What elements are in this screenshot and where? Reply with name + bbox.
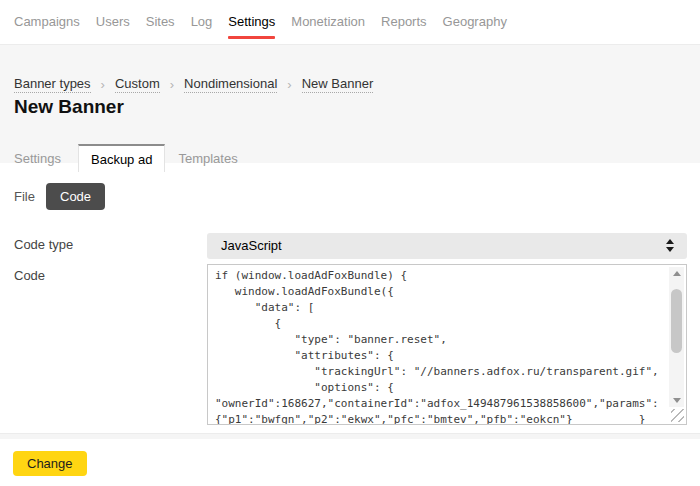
page-header: Banner types › Custom › Nondimensional ›… xyxy=(0,44,700,163)
tab-bar: Settings Backup ad Templates xyxy=(14,144,251,172)
code-type-label: Code type xyxy=(14,237,73,252)
code-label: Code xyxy=(14,268,45,283)
scroll-up-button[interactable] xyxy=(669,267,684,281)
triangle-down-icon xyxy=(673,398,681,403)
chevron-right-icon: › xyxy=(101,77,105,92)
nav-item-campaigns[interactable]: Campaigns xyxy=(14,14,80,29)
adfox-app: Campaigns Users Sites Log Settings Monet… xyxy=(0,0,700,486)
nav-item-reports[interactable]: Reports xyxy=(381,14,427,29)
tab-backup-ad[interactable]: Backup ad xyxy=(78,144,165,172)
code-toggle[interactable]: Code xyxy=(46,183,105,210)
nav-item-geography[interactable]: Geography xyxy=(443,14,507,29)
chevron-right-icon: › xyxy=(287,77,291,92)
nav-item-sites[interactable]: Sites xyxy=(146,14,175,29)
code-editor[interactable]: if (window.loadAdFoxBundle) { window.loa… xyxy=(207,264,687,425)
triangle-up-icon xyxy=(673,271,681,276)
scrollbar-thumb[interactable] xyxy=(671,289,682,353)
nav-item-settings-label: Settings xyxy=(228,14,275,29)
code-editor-content[interactable]: if (window.loadAdFoxBundle) { window.loa… xyxy=(215,268,664,424)
vertical-scrollbar[interactable] xyxy=(669,267,684,407)
active-nav-underline xyxy=(228,36,275,39)
breadcrumb-custom[interactable]: Custom xyxy=(115,76,160,93)
triangle-up-icon xyxy=(666,239,674,244)
tab-settings[interactable]: Settings xyxy=(14,144,74,172)
breadcrumb-new-banner[interactable]: New Banner xyxy=(302,76,374,93)
change-button[interactable]: Change xyxy=(13,451,87,476)
code-type-select[interactable]: JavaScript xyxy=(207,233,687,259)
scroll-down-button[interactable] xyxy=(669,393,684,407)
breadcrumb: Banner types › Custom › Nondimensional ›… xyxy=(14,76,373,93)
nav-item-settings[interactable]: Settings xyxy=(228,14,275,29)
breadcrumb-nondimensional[interactable]: Nondimensional xyxy=(184,76,277,93)
section-divider xyxy=(0,433,700,439)
tab-templates[interactable]: Templates xyxy=(165,144,250,172)
nav-item-users[interactable]: Users xyxy=(96,14,130,29)
nav-item-monetization[interactable]: Monetization xyxy=(291,14,365,29)
breadcrumb-banner-types[interactable]: Banner types xyxy=(14,76,91,93)
chevron-right-icon: › xyxy=(170,77,174,92)
nav-item-log[interactable]: Log xyxy=(191,14,213,29)
page-title: New Banner xyxy=(14,96,124,118)
textarea-resize-grip-icon[interactable] xyxy=(671,409,684,422)
select-sort-arrows-icon xyxy=(666,239,675,252)
file-toggle[interactable]: File xyxy=(14,189,35,204)
triangle-down-icon xyxy=(666,247,674,252)
top-nav: Campaigns Users Sites Log Settings Monet… xyxy=(0,0,700,44)
code-type-selected-value: JavaScript xyxy=(221,238,282,253)
